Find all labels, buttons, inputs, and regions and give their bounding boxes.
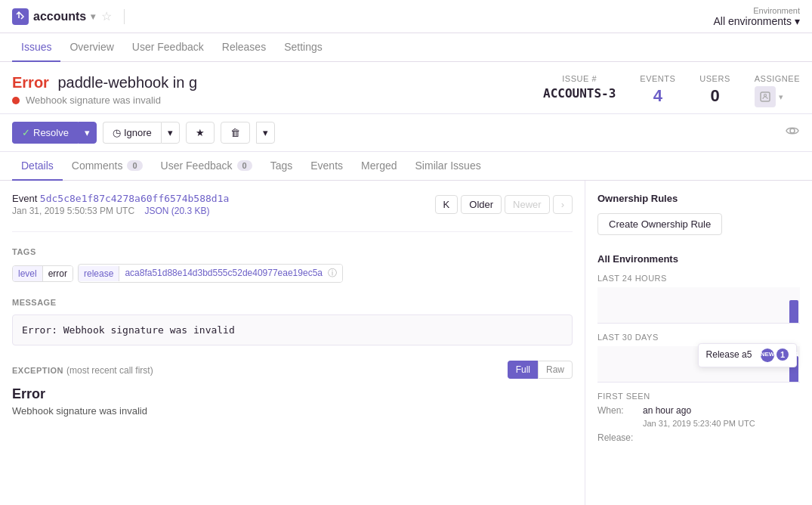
tag-info-icon[interactable]: ⓘ xyxy=(328,268,337,278)
secondary-nav: Issues Overview User Feedback Releases S… xyxy=(0,33,812,62)
bookmark-button[interactable]: ★ xyxy=(186,122,215,144)
message-section-title: MESSAGE xyxy=(12,298,573,307)
tag-release-link[interactable]: aca8fa51d88e14d3bd555c52de40977eae19ec5a xyxy=(125,268,323,278)
tag-list: level error release aca8fa51d88e14d3bd55… xyxy=(12,264,573,283)
env-chevron-icon: ▾ xyxy=(795,15,800,27)
issue-id-value: ACCOUNTS-3 xyxy=(543,86,616,101)
tags-section-title: TAGS xyxy=(12,247,573,256)
tab-similar-issues[interactable]: Similar Issues xyxy=(406,152,490,181)
tab-comments[interactable]: Comments 0 xyxy=(63,152,152,181)
new-issues-count: 1 xyxy=(776,349,789,361)
status-dot xyxy=(12,97,20,104)
first-event-button[interactable]: K xyxy=(435,195,458,214)
event-nav-buttons: K Older Newer › xyxy=(435,195,573,214)
exception-title: EXCEPTION xyxy=(12,366,63,375)
org-name[interactable]: accounts ▾ xyxy=(12,8,95,25)
tags-section: TAGS level error release aca8fa51d88e14d… xyxy=(12,247,573,283)
last24-chart-wrapper xyxy=(597,287,800,324)
event-id-row: Event 5dc5c8e1f87c4278a60ff6574b588d1a xyxy=(12,193,229,204)
resolve-dropdown-button[interactable]: ▾ xyxy=(78,122,97,144)
issue-title: paddle-webhook in g xyxy=(57,74,197,91)
more-actions-button[interactable]: ▾ xyxy=(256,122,275,144)
bookmark-star-icon[interactable]: ☆ xyxy=(101,9,112,23)
exception-view-toggle: Full Raw xyxy=(508,361,573,379)
tab-events[interactable]: Events xyxy=(301,152,352,181)
last-event-button[interactable]: › xyxy=(553,195,573,214)
issue-id-block: ISSUE # ACCOUNTS-3 xyxy=(543,74,616,101)
tab-details[interactable]: Details xyxy=(12,152,63,181)
env-label: Environment xyxy=(714,6,801,15)
last24-chart xyxy=(597,287,800,324)
newer-event-button[interactable]: Newer xyxy=(505,195,550,214)
resolve-button[interactable]: ✓ Resolve xyxy=(12,122,78,144)
left-panel: Event 5dc5c8e1f87c4278a60ff6574b588d1a J… xyxy=(0,181,585,505)
when-value: an hour ago xyxy=(643,405,691,416)
first-seen-title: FIRST SEEN xyxy=(597,392,800,401)
action-bar: ✓ Resolve ▾ ◷ Ignore ▾ ★ 🗑 ▾ xyxy=(0,114,812,152)
tab-tags[interactable]: Tags xyxy=(261,152,302,181)
tag-level-val: error xyxy=(43,266,73,281)
raw-view-button[interactable]: Raw xyxy=(538,361,573,379)
issue-id-label: ISSUE # xyxy=(543,74,616,83)
watch-icon[interactable] xyxy=(785,123,800,142)
assignee-avatar xyxy=(755,86,776,107)
full-view-button[interactable]: Full xyxy=(508,361,538,379)
nav-overview[interactable]: Overview xyxy=(60,33,122,62)
last24-label: LAST 24 HOURS xyxy=(597,274,800,283)
nav-user-feedback[interactable]: User Feedback xyxy=(123,33,213,62)
tab-user-feedback[interactable]: User Feedback 0 xyxy=(152,152,261,181)
env-value[interactable]: All environments ▾ xyxy=(714,15,801,27)
nav-releases[interactable]: Releases xyxy=(213,33,275,62)
right-panel: Ownership Rules Create Ownership Rule Al… xyxy=(585,181,812,505)
nav-divider xyxy=(124,9,125,24)
assignee-chevron-icon: ▾ xyxy=(779,92,783,102)
top-nav: accounts ▾ ☆ Environment All environment… xyxy=(0,0,812,33)
env-selector[interactable]: Environment All environments ▾ xyxy=(714,6,801,27)
all-env-title: All Environments xyxy=(597,253,800,265)
users-count: 0 xyxy=(699,86,730,106)
events-label: EVENTS xyxy=(640,74,675,83)
tag-level: level error xyxy=(12,265,73,282)
all-environments-section: All Environments LAST 24 HOURS LAST 30 D… xyxy=(597,253,800,443)
trash-icon: 🗑 xyxy=(230,127,240,138)
org-chevron-icon: ▾ xyxy=(91,11,95,22)
bookmark-icon: ★ xyxy=(196,127,205,138)
release-row: Release: xyxy=(597,432,800,443)
ignore-icon: ◷ xyxy=(113,127,121,138)
assignee-label: ASSIGNEE xyxy=(755,74,800,83)
issue-subtitle: Webhook signature was invalid xyxy=(12,94,197,106)
tag-level-key: level xyxy=(13,266,43,281)
issue-meta: ISSUE # ACCOUNTS-3 EVENTS 4 USERS 0 ASSI… xyxy=(543,74,800,107)
issue-header: Error paddle-webhook in g Webhook signat… xyxy=(0,62,812,114)
exception-section: EXCEPTION (most recent call first) Full … xyxy=(12,361,573,417)
event-label: Event xyxy=(12,193,40,204)
tab-merged[interactable]: Merged xyxy=(352,152,406,181)
message-section: MESSAGE Error: Webhook signature was inv… xyxy=(12,298,573,345)
event-id-link[interactable]: 5dc5c8e1f87c4278a60ff6574b588d1a xyxy=(40,193,229,204)
ignore-dropdown-button[interactable]: ▾ xyxy=(161,122,180,144)
comments-badge: 0 xyxy=(127,160,142,171)
tag-release-key: release xyxy=(79,266,119,281)
issue-subtitle-text: Webhook signature was invalid xyxy=(26,94,161,106)
users-label: USERS xyxy=(699,74,730,83)
first-seen-section: FIRST SEEN When: an hour ago Jan 31, 201… xyxy=(597,392,800,443)
tag-release: release aca8fa51d88e14d3bd555c52de40977e… xyxy=(78,264,343,283)
check-icon: ✓ xyxy=(22,127,30,138)
message-content: Error: Webhook signature was invalid xyxy=(12,314,573,345)
json-link[interactable]: JSON (20.3 KB) xyxy=(144,206,209,216)
nav-settings[interactable]: Settings xyxy=(275,33,332,62)
older-event-button[interactable]: Older xyxy=(461,195,502,214)
assignee-block[interactable]: ASSIGNEE ▾ xyxy=(755,74,800,107)
error-badge: Error xyxy=(12,74,49,91)
ignore-button[interactable]: ◷ Ignore xyxy=(103,122,161,144)
svg-point-1 xyxy=(764,94,766,97)
main-content: Event 5dc5c8e1f87c4278a60ff6574b588d1a J… xyxy=(0,181,812,505)
delete-button[interactable]: 🗑 xyxy=(221,122,250,144)
user-feedback-badge: 0 xyxy=(237,160,252,171)
last30-chart-wrapper: Release a5 NEW ISSUES 1 xyxy=(597,346,800,383)
when-label: When: xyxy=(597,405,643,416)
resolve-group: ✓ Resolve ▾ xyxy=(12,122,97,144)
exception-subtitle: (most recent call first) xyxy=(66,365,153,376)
create-ownership-rule-button[interactable]: Create Ownership Rule xyxy=(597,213,722,235)
nav-issues[interactable]: Issues xyxy=(12,33,60,62)
